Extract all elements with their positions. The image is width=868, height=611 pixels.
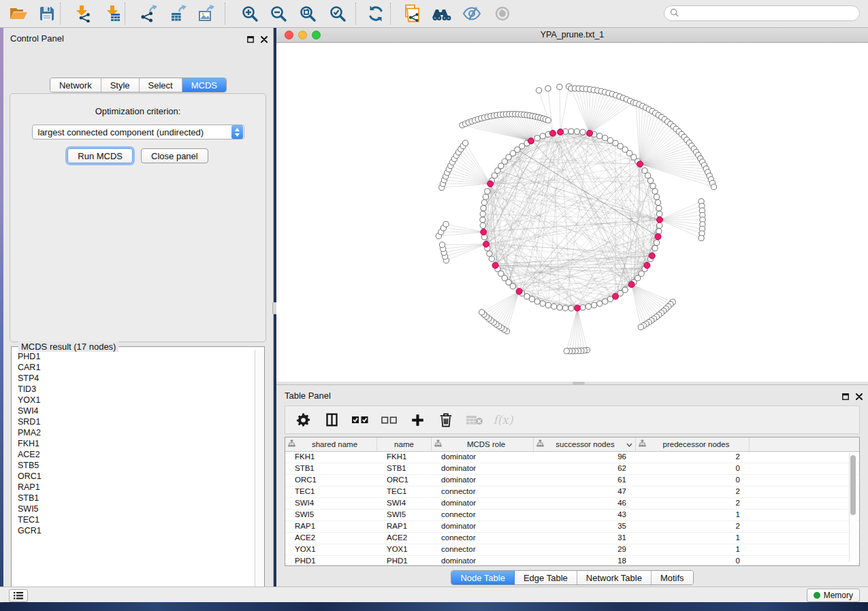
graph-dominator-node[interactable]: [637, 161, 643, 167]
graph-leaf-node[interactable]: [698, 235, 704, 241]
tab-edge-table[interactable]: Edge Table: [515, 571, 577, 584]
network-canvas[interactable]: [276, 43, 868, 382]
table-cell[interactable]: RAP1: [377, 521, 432, 532]
save-session-icon[interactable]: [37, 4, 57, 23]
graph-dominator-node[interactable]: [655, 233, 661, 240]
graph-dominator-node[interactable]: [483, 241, 489, 247]
export-table-icon[interactable]: [169, 4, 189, 23]
graph-node[interactable]: [545, 302, 551, 308]
column-header-shared-name[interactable]: shared name: [285, 437, 377, 451]
column-header-MCDS-role[interactable]: MCDS role: [432, 437, 534, 451]
close-panel-button[interactable]: Close panel: [141, 148, 208, 163]
graph-node[interactable]: [524, 293, 530, 299]
graph-node[interactable]: [489, 256, 494, 261]
graph-node[interactable]: [534, 135, 540, 141]
graph-node[interactable]: [656, 229, 662, 234]
search-input[interactable]: [682, 8, 854, 19]
graph-node[interactable]: [492, 173, 497, 178]
graph-node[interactable]: [540, 301, 545, 306]
graph-node[interactable]: [480, 211, 485, 216]
table-row[interactable]: SWI5SWI5connector431: [285, 510, 859, 521]
table-cell[interactable]: YOX1: [377, 544, 432, 555]
graph-node[interactable]: [481, 200, 487, 205]
table-cell[interactable]: 2: [636, 498, 750, 509]
mcds-result-item[interactable]: RAP1: [18, 482, 255, 493]
graph-node[interactable]: [657, 222, 662, 228]
table-cell[interactable]: 1: [636, 533, 750, 544]
table-cell[interactable]: dominator: [432, 463, 534, 474]
column-header-successor-nodes[interactable]: successor nodes: [534, 437, 636, 451]
table-cell[interactable]: 0: [636, 463, 750, 474]
graph-dominator-node[interactable]: [575, 305, 581, 311]
export-network-icon[interactable]: [140, 4, 160, 23]
column-header-predecessor-nodes[interactable]: predecessor nodes: [636, 437, 750, 451]
table-cell[interactable]: dominator: [432, 452, 534, 463]
graph-node[interactable]: [481, 205, 486, 211]
zoom-fit-icon[interactable]: [298, 4, 318, 23]
table-cell[interactable]: PHD1: [285, 556, 377, 566]
mcds-result-item[interactable]: GCR1: [18, 525, 255, 536]
table-cell[interactable]: 2: [636, 486, 750, 497]
mcds-result-item[interactable]: TEC1: [18, 514, 255, 525]
find-network-icon[interactable]: [432, 4, 452, 23]
graph-node[interactable]: [519, 144, 525, 149]
table-cell[interactable]: ORC1: [285, 475, 377, 486]
deselect-all-rows-icon[interactable]: [379, 410, 398, 429]
table-cell[interactable]: 96: [534, 452, 636, 463]
table-cell[interactable]: SWI4: [377, 498, 432, 509]
mcds-result-item[interactable]: TID3: [18, 384, 255, 395]
table-scrollbar[interactable]: [849, 453, 857, 562]
graph-node[interactable]: [529, 296, 534, 301]
graph-node[interactable]: [568, 306, 574, 311]
import-network-icon[interactable]: [71, 4, 92, 23]
graph-node[interactable]: [645, 173, 650, 178]
table-cell[interactable]: SWI4: [285, 498, 377, 509]
graph-node[interactable]: [654, 240, 659, 246]
float-panel-icon[interactable]: [842, 391, 849, 403]
float-panel-icon[interactable]: [247, 33, 254, 46]
mcds-result-item[interactable]: YOX1: [18, 395, 255, 406]
table-cell[interactable]: 46: [534, 498, 636, 509]
memory-button[interactable]: Memory: [807, 589, 860, 602]
graph-dominator-node[interactable]: [649, 252, 655, 259]
table-scrollbar-thumb[interactable]: [850, 455, 856, 515]
tab-network[interactable]: Network: [50, 78, 101, 92]
graph-node[interactable]: [534, 299, 540, 304]
table-row[interactable]: PHD1PHD1dominator180: [285, 556, 859, 566]
graph-node[interactable]: [652, 246, 658, 251]
graph-leaf-node[interactable]: [545, 118, 551, 123]
table-cell[interactable]: PHD1: [377, 556, 432, 566]
mcds-result-item[interactable]: SWI5: [18, 503, 255, 514]
graph-node[interactable]: [483, 194, 488, 199]
table-cell[interactable]: SWI5: [285, 510, 377, 521]
table-row[interactable]: YOX1YOX1connector291: [285, 544, 859, 556]
graph-node[interactable]: [580, 305, 585, 310]
graph-node[interactable]: [650, 183, 656, 188]
graph-dominator-node[interactable]: [587, 130, 593, 136]
table-row[interactable]: RAP1RAP1dominator352: [285, 521, 859, 533]
graph-node[interactable]: [568, 129, 574, 134]
table-row[interactable]: STB1STB1dominator620: [285, 463, 859, 475]
graph-dominator-node[interactable]: [644, 262, 650, 268]
table-cell[interactable]: dominator: [432, 521, 534, 532]
zoom-out-icon[interactable]: [268, 4, 289, 23]
table-cell[interactable]: connector: [432, 533, 534, 544]
table-cell[interactable]: 43: [534, 510, 636, 521]
graph-dominator-node[interactable]: [492, 262, 498, 268]
refresh-network-icon[interactable]: [366, 4, 386, 23]
graph-node[interactable]: [597, 301, 602, 306]
network-window-titlebar[interactable]: YPA_prune.txt_1: [276, 28, 868, 43]
window-minimize-button[interactable]: [298, 31, 307, 39]
mcds-result-item[interactable]: STP4: [18, 373, 255, 384]
graph-dominator-node[interactable]: [528, 138, 534, 144]
tab-network-table[interactable]: Network Table: [577, 571, 652, 584]
graph-dominator-node[interactable]: [549, 130, 556, 136]
close-panel-icon[interactable]: [261, 33, 268, 46]
graph-dominator-node[interactable]: [628, 282, 634, 288]
graph-node[interactable]: [562, 306, 568, 311]
table-cell[interactable]: ORC1: [377, 475, 432, 486]
graph-dominator-node[interactable]: [657, 217, 663, 223]
hide-selected-icon[interactable]: [462, 4, 482, 23]
delete-column-icon[interactable]: [436, 410, 455, 429]
graph-node[interactable]: [580, 129, 585, 135]
